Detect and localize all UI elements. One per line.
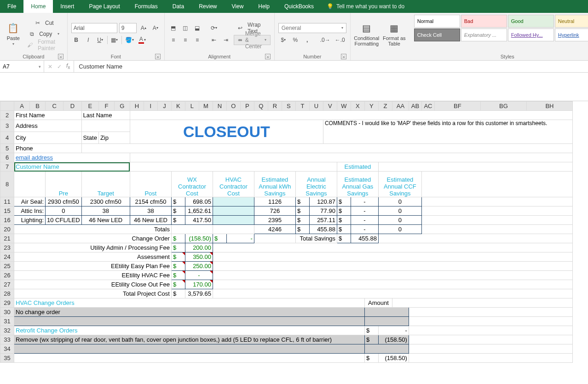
underline-button[interactable]: U▾ [95, 35, 105, 45]
fill-color-button[interactable]: 🪣▾ [124, 35, 135, 45]
menu-tab-formulas[interactable]: Formulas [127, 0, 165, 13]
bold-button[interactable]: B [71, 35, 81, 45]
copy-icon: ⧉ [30, 31, 34, 37]
style-followed-hyperlink[interactable]: Followed Hy... [508, 29, 554, 41]
align-center-button[interactable]: ≡ [180, 35, 190, 45]
ribbon-group-styles: Normal Bad Good Neutral Check Cell Expla… [410, 13, 588, 60]
style-checkcell[interactable]: Check Cell [414, 29, 460, 41]
tell-me[interactable]: 💡 Tell me what you want to do [321, 0, 410, 13]
ribbon-group-font: A▴ A▾ B I U▾ ▦▾ 🪣▾ A▾ Font⇲ [68, 13, 165, 60]
selected-cell[interactable]: Customer Name [16, 163, 59, 170]
copy-button[interactable]: ⧉ Copy ▾ [26, 29, 63, 39]
style-hyperlink[interactable]: Hyperlink [555, 29, 588, 41]
formula-input[interactable]: Customer Name [74, 61, 588, 72]
table-icon: ▦ [388, 22, 401, 34]
cell-styles-gallery[interactable]: Normal Bad Good Neutral Check Cell Expla… [414, 15, 588, 53]
alignment-group-label: Alignment [208, 54, 231, 59]
scissors-icon: ✂ [35, 20, 40, 26]
cancel-icon[interactable]: ✕ [48, 63, 52, 70]
merge-icon: ⬌ [238, 37, 242, 43]
cell[interactable]: Address [14, 120, 82, 132]
cell[interactable]: State [81, 132, 98, 144]
currency-button[interactable]: $▾ [278, 35, 288, 45]
cell[interactable]: Zip [98, 132, 130, 144]
menu-tab-home[interactable]: Home [23, 0, 53, 13]
font-name-select[interactable] [71, 23, 117, 33]
merge-center-button[interactable]: ⬌Merge & Center▾ [234, 35, 271, 45]
lightbulb-icon: 💡 [327, 3, 334, 10]
percent-button[interactable]: % [290, 35, 300, 45]
align-bottom-button[interactable]: ⬓ [192, 23, 202, 33]
styles-group-label: Styles [501, 54, 514, 59]
number-dialog-launcher[interactable]: ⇲ [341, 54, 346, 59]
italic-button[interactable]: I [83, 35, 93, 45]
align-top-button[interactable]: ⬒ [168, 23, 179, 33]
format-as-table-button[interactable]: ▦ Format as Table [382, 15, 407, 53]
align-right-button[interactable]: ≡ [192, 35, 202, 45]
ribbon: 📋 Paste ▾ ✂ Cut ⧉ Copy ▾ 🖌 Format Painte… [0, 13, 588, 61]
ribbon-group-alignment: ⬒ ◫ ⬓ ⟳▾ ≡ ≡ ≡ ⇤ ⇥ ↩ Wrap Text ⬌Merge & … [165, 13, 275, 60]
cell[interactable]: Air Seal: [14, 197, 46, 206]
fx-icon[interactable]: fx [66, 63, 70, 70]
formula-bar: A7▾ ✕ ✓ fx Customer Name [0, 61, 588, 73]
style-normal[interactable]: Normal [414, 15, 460, 28]
worksheet-grid[interactable]: ABCDEFGHIJKLMNOPQRSTUVWXYZAAABACBFBGBH 2… [0, 101, 588, 384]
hvac-co-header: HVAC Change Orders [14, 298, 365, 308]
style-good[interactable]: Good [508, 15, 554, 28]
cell[interactable]: Last Name [81, 111, 130, 120]
number-format-select[interactable]: General▾ [278, 23, 346, 33]
comma-button[interactable]: , [302, 35, 312, 45]
format-painter-button[interactable]: 🖌 Format Painter [26, 40, 63, 50]
font-color-button[interactable]: A▾ [137, 35, 147, 45]
style-neutral[interactable]: Neutral [555, 15, 588, 28]
font-dialog-launcher[interactable]: ⇲ [155, 54, 161, 59]
cell[interactable]: Phone [14, 144, 82, 153]
menu-tab-data[interactable]: Data [165, 0, 191, 13]
ribbon-group-number: General▾ $▾ % , .0→ ←.0 Number⇲ [275, 13, 351, 60]
enter-icon[interactable]: ✓ [57, 63, 62, 70]
alignment-dialog-launcher[interactable]: ⇲ [265, 54, 271, 59]
decrease-indent-button[interactable]: ⇤ [209, 35, 219, 45]
conditional-formatting-button[interactable]: ▤ Conditional Formatting [354, 15, 379, 53]
paste-button[interactable]: 📋 Paste ▾ [4, 15, 23, 53]
wrap-icon: ↩ [238, 25, 242, 31]
increase-font-button[interactable]: A▴ [138, 23, 149, 33]
cell[interactable]: City [14, 132, 82, 144]
menu-tab-review[interactable]: Review [191, 0, 224, 13]
decrease-decimal-button[interactable]: ←.0 [334, 35, 346, 45]
menu-tab-view[interactable]: View [225, 0, 251, 13]
style-explanatory[interactable]: Explanatory ... [461, 29, 507, 41]
style-bad[interactable]: Bad [461, 15, 507, 28]
font-size-select[interactable] [119, 23, 137, 33]
menu-tab-insert[interactable]: Insert [53, 0, 81, 13]
orientation-button[interactable]: ⟳▾ [209, 23, 219, 33]
menu-tab-quickbooks[interactable]: QuickBooks [277, 0, 321, 13]
tell-me-label: Tell me what you want to do [336, 3, 404, 10]
email-link[interactable]: email address [16, 154, 53, 161]
clipboard-group-label: Clipboard [23, 54, 44, 59]
align-left-button[interactable]: ≡ [168, 35, 179, 45]
number-group-label: Number [303, 54, 321, 59]
menu-tab-help[interactable]: Help [251, 0, 277, 13]
ribbon-group-clipboard: 📋 Paste ▾ ✂ Cut ⧉ Copy ▾ 🖌 Format Painte… [0, 13, 68, 60]
select-all-corner[interactable] [0, 102, 14, 111]
paste-label: Paste [7, 35, 20, 41]
increase-indent-button[interactable]: ⇥ [221, 35, 231, 45]
menu-tab-pagelayout[interactable]: Page Layout [81, 0, 127, 13]
bucket-icon: 🪣 [125, 37, 132, 43]
name-box[interactable]: A7▾ [0, 61, 44, 72]
formula-bar-expanded [0, 73, 588, 101]
clipboard-dialog-launcher[interactable]: ⇲ [58, 54, 63, 59]
brush-icon: 🖌 [27, 42, 33, 48]
decrease-font-button[interactable]: A▾ [150, 23, 161, 33]
increase-decimal-button[interactable]: .0→ [319, 35, 332, 45]
borders-button[interactable]: ▦▾ [110, 35, 120, 45]
align-middle-button[interactable]: ◫ [180, 23, 190, 33]
menu-tab-file[interactable]: File [0, 0, 23, 13]
cell[interactable]: First Name [14, 111, 82, 120]
column-headers[interactable]: ABCDEFGHIJKLMNOPQRSTUVWXYZAAABACBFBGBH [0, 102, 573, 111]
closeout-title: CLOSEOUT [183, 123, 270, 140]
cut-button[interactable]: ✂ Cut [26, 18, 63, 28]
menu-bar: File Home Insert Page Layout Formulas Da… [0, 0, 588, 13]
comment-text: COMMENTS - I would like to 'MAP' these f… [323, 120, 572, 144]
